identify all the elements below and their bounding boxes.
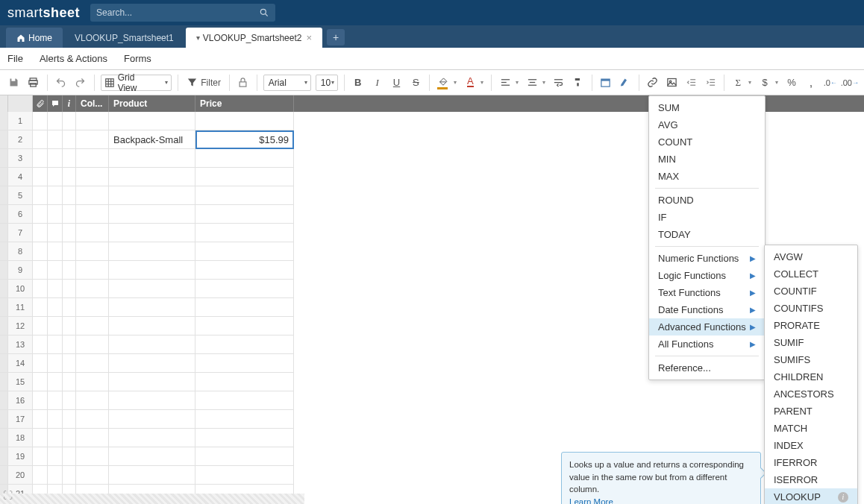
row-primary[interactable] [0, 168, 8, 186]
menu-item-countifs[interactable]: COUNTIFS [765, 300, 857, 317]
product-cell[interactable] [109, 391, 195, 410]
product-cell[interactable] [109, 447, 195, 466]
cell[interactable] [63, 429, 76, 447]
price-cell[interactable] [195, 429, 294, 447]
product-cell[interactable] [109, 410, 195, 429]
search-input[interactable] [90, 4, 275, 22]
cell[interactable] [48, 242, 63, 261]
price-cell[interactable] [195, 317, 294, 336]
font-selector[interactable]: Arial [263, 75, 311, 91]
cell[interactable] [76, 410, 109, 429]
product-column-header[interactable]: Product [109, 95, 195, 112]
cell[interactable] [76, 336, 109, 354]
format-painter-button[interactable] [570, 75, 586, 91]
cell[interactable] [63, 410, 76, 429]
cell[interactable] [33, 186, 48, 205]
cell[interactable] [63, 391, 76, 410]
product-cell[interactable] [109, 317, 195, 336]
product-cell[interactable] [109, 261, 195, 280]
price-cell[interactable] [195, 224, 294, 242]
comment-col-header[interactable] [48, 95, 63, 112]
menu-item-if[interactable]: IF [649, 209, 765, 226]
price-cell[interactable] [195, 205, 294, 224]
cell[interactable] [33, 261, 48, 280]
menu-item-index[interactable]: INDEX [765, 437, 857, 454]
menu-item-vlookup[interactable]: VLOOKUPi [765, 488, 857, 504]
cell[interactable] [63, 224, 76, 242]
cell[interactable] [33, 354, 48, 373]
row-number[interactable]: 19 [8, 447, 33, 466]
row-number[interactable]: 18 [8, 429, 33, 447]
submenu-date-functions[interactable]: Date Functions▶ [649, 301, 765, 318]
row-primary[interactable] [0, 429, 8, 447]
cell[interactable] [33, 112, 48, 130]
product-cell[interactable] [109, 149, 195, 168]
submenu-text-functions[interactable]: Text Functions▶ [649, 284, 765, 301]
valign-dropdown[interactable]: ▾ [540, 79, 548, 86]
cell[interactable] [33, 447, 48, 466]
cell[interactable] [76, 447, 109, 466]
row-primary[interactable] [0, 466, 8, 485]
menu-item-count[interactable]: COUNT [649, 133, 765, 151]
cell[interactable] [48, 224, 63, 242]
cell[interactable] [33, 373, 48, 391]
menu-item-prorate[interactable]: PRORATE [765, 317, 857, 334]
price-cell[interactable] [195, 149, 294, 168]
cell[interactable] [76, 298, 109, 317]
cell[interactable] [48, 280, 63, 298]
product-cell[interactable] [109, 336, 195, 354]
add-tab-button[interactable]: + [327, 29, 345, 45]
cell[interactable] [48, 447, 63, 466]
price-cell[interactable] [195, 261, 294, 280]
undo-button[interactable] [53, 75, 69, 91]
cell[interactable] [63, 186, 76, 205]
view-selector[interactable]: Grid View [101, 75, 172, 91]
cell[interactable] [33, 205, 48, 224]
cell[interactable] [48, 410, 63, 429]
product-cell[interactable]: Backpack-Small [109, 130, 195, 149]
cell[interactable] [76, 149, 109, 168]
thousands-button[interactable]: , [803, 75, 819, 91]
menu-item-children[interactable]: CHILDREN [765, 368, 857, 385]
menu-item-countif[interactable]: COUNTIF [765, 283, 857, 300]
cell[interactable] [63, 354, 76, 373]
cell[interactable] [33, 336, 48, 354]
cell[interactable] [63, 205, 76, 224]
tooltip-learn-more-link[interactable]: Learn More [569, 497, 613, 504]
cell[interactable] [48, 205, 63, 224]
menu-item-parent[interactable]: PARENT [765, 403, 857, 420]
cell[interactable] [76, 429, 109, 447]
image-button[interactable] [664, 75, 680, 91]
row-number[interactable]: 11 [8, 298, 33, 317]
menu-item-today[interactable]: TODAY [649, 226, 765, 243]
menu-item-reference[interactable]: Reference... [649, 359, 765, 377]
cell[interactable] [33, 391, 48, 410]
row-number[interactable]: 5 [8, 186, 33, 205]
price-cell[interactable] [195, 336, 294, 354]
cell[interactable] [63, 242, 76, 261]
decrease-decimal-button[interactable]: .0← [822, 75, 839, 91]
row-number[interactable]: 1 [8, 112, 33, 130]
tab-home[interactable]: Home [6, 28, 63, 48]
cell[interactable] [48, 373, 63, 391]
row-primary[interactable] [0, 280, 8, 298]
row-primary[interactable] [0, 186, 8, 205]
row-primary[interactable] [0, 224, 8, 242]
cell[interactable] [76, 205, 109, 224]
text-color-dropdown[interactable]: ▾ [478, 79, 486, 86]
redo-button[interactable] [72, 75, 89, 91]
cell[interactable] [63, 447, 76, 466]
cell[interactable] [76, 130, 109, 149]
cell[interactable] [63, 317, 76, 336]
italic-button[interactable]: I [369, 75, 386, 91]
row-number[interactable]: 2 [8, 130, 33, 149]
cell[interactable] [76, 186, 109, 205]
outdent-button[interactable] [683, 75, 700, 91]
date-button[interactable] [598, 75, 614, 91]
row-primary[interactable] [0, 373, 8, 391]
cell[interactable] [63, 168, 76, 186]
cell[interactable] [33, 317, 48, 336]
cell[interactable] [48, 112, 63, 130]
fill-dropdown[interactable]: ▾ [451, 79, 459, 86]
row-primary[interactable] [0, 354, 8, 373]
